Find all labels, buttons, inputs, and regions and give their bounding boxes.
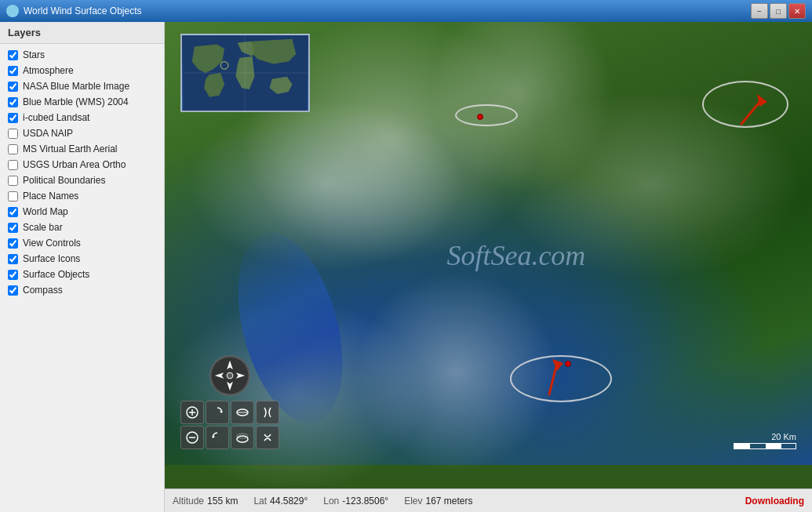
layer-label-scale-bar: Scale bar <box>23 222 63 233</box>
lon-status: Lon -123.8506° <box>323 496 388 507</box>
layer-label-world-map: World Map <box>23 206 68 217</box>
pan-compass[interactable] <box>209 355 250 396</box>
elev-value: 167 meters <box>426 496 473 507</box>
layer-item-surface-icons[interactable]: Surface Icons <box>0 251 164 267</box>
layer-checkbox-scale-bar[interactable] <box>8 223 18 233</box>
layer-checkbox-stars[interactable] <box>8 50 18 60</box>
layer-label-blue-marble-wms: Blue Marble (WMS) 2004 <box>23 96 129 107</box>
svg-point-23 <box>237 436 248 442</box>
layer-item-world-map[interactable]: World Map <box>0 204 164 220</box>
layer-checkbox-nasa-blue-marble[interactable] <box>8 82 18 92</box>
zoom-in-button[interactable] <box>180 401 204 424</box>
downloading-status: Downloading <box>745 496 804 507</box>
map-viewport[interactable]: SoftSea.com <box>165 22 812 488</box>
svg-marker-17 <box>220 410 222 413</box>
layer-checkbox-atmosphere[interactable] <box>8 66 18 76</box>
layer-item-stars[interactable]: Stars <box>0 47 164 63</box>
svg-line-4 <box>741 100 761 124</box>
svg-marker-22 <box>213 435 215 438</box>
pan-mode-button[interactable] <box>256 401 279 424</box>
layer-item-blue-marble-wms[interactable]: Blue Marble (WMS) 2004 <box>0 94 164 110</box>
app-icon <box>6 5 19 17</box>
layer-label-i-cubed-landsat: i-cubed Landsat <box>23 112 89 123</box>
layer-checkbox-usda-naip[interactable] <box>8 129 18 139</box>
layer-checkbox-place-names[interactable] <box>8 191 18 202</box>
layer-checkbox-political-boundaries[interactable] <box>8 176 18 186</box>
window-title: World Wind Surface Objects <box>24 5 751 16</box>
elev-label: Elev <box>404 496 422 507</box>
minimap <box>180 34 310 112</box>
sidebar: Layers StarsAtmosphereNASA Blue Marble I… <box>0 22 165 512</box>
layer-label-compass: Compass <box>23 285 63 296</box>
layer-label-view-controls: View Controls <box>23 238 81 249</box>
minimap-svg <box>182 35 308 111</box>
scale-bar-line <box>734 443 796 449</box>
layer-item-scale-bar[interactable]: Scale bar <box>0 220 164 235</box>
layer-item-nasa-blue-marble[interactable]: NASA Blue Marble Image <box>0 78 164 94</box>
layer-item-place-names[interactable]: Place Names <box>0 188 164 204</box>
layer-item-compass[interactable]: Compass <box>0 282 164 298</box>
svg-point-13 <box>227 372 233 379</box>
nav-row-2 <box>180 426 279 449</box>
altitude-label: Altitude <box>173 496 204 507</box>
layer-label-usda-naip: USDA NAIP <box>23 128 73 139</box>
layer-list: StarsAtmosphereNASA Blue Marble ImageBlu… <box>0 44 164 512</box>
lon-label: Lon <box>323 496 339 507</box>
status-bar: Altitude 155 km Lat 44.5829° Lon -123.85… <box>165 488 812 512</box>
layer-checkbox-surface-objects[interactable] <box>8 270 18 280</box>
red-pin-1 <box>477 114 483 120</box>
minimize-button[interactable]: − <box>751 3 768 19</box>
layer-checkbox-usgs-urban[interactable] <box>8 160 18 170</box>
layer-item-surface-objects[interactable]: Surface Objects <box>0 267 164 282</box>
rotate-cw-button[interactable] <box>206 401 229 424</box>
layer-item-ms-virtual-earth[interactable]: MS Virtual Earth Aerial <box>0 141 164 157</box>
layer-item-usgs-urban[interactable]: USGS Urban Area Ortho <box>0 157 164 172</box>
marker-ellipse-topleft <box>455 104 518 126</box>
window-controls: − □ ✕ <box>751 3 806 19</box>
layer-item-atmosphere[interactable]: Atmosphere <box>0 63 164 78</box>
lat-value: 44.5829° <box>270 496 308 507</box>
layer-label-political-boundaries: Political Boundaries <box>23 175 105 186</box>
layer-item-usda-naip[interactable]: USDA NAIP <box>0 125 164 141</box>
restore-button[interactable]: □ <box>770 3 787 19</box>
navigation-controls <box>180 355 279 449</box>
arrow-svg-2 <box>518 355 596 418</box>
arrow-svg-1 <box>698 85 785 147</box>
altitude-status: Altitude 155 km <box>173 496 238 507</box>
layer-checkbox-view-controls[interactable] <box>8 238 18 249</box>
lon-value: -123.8506° <box>342 496 388 507</box>
sidebar-header: Layers <box>0 22 164 44</box>
lat-label: Lat <box>253 496 267 507</box>
layer-checkbox-i-cubed-landsat[interactable] <box>8 113 18 123</box>
lat-status: Lat 44.5829° <box>253 496 308 507</box>
altitude-value: 155 km <box>207 496 238 507</box>
title-bar: World Wind Surface Objects − □ ✕ <box>0 0 812 22</box>
tilt-down-button[interactable] <box>231 426 254 449</box>
zoom-mode-button[interactable] <box>256 426 279 449</box>
layer-item-political-boundaries[interactable]: Political Boundaries <box>0 172 164 188</box>
layer-label-usgs-urban: USGS Urban Area Ortho <box>23 159 126 170</box>
layer-item-i-cubed-landsat[interactable]: i-cubed Landsat <box>0 110 164 125</box>
layer-label-place-names: Place Names <box>23 191 78 202</box>
layer-checkbox-ms-virtual-earth[interactable] <box>8 144 18 154</box>
main-content: Layers StarsAtmosphereNASA Blue Marble I… <box>0 22 812 512</box>
layer-label-nasa-blue-marble: NASA Blue Marble Image <box>23 81 129 92</box>
scale-label: 20 Km <box>771 432 796 441</box>
layer-label-ms-virtual-earth: MS Virtual Earth Aerial <box>23 143 118 154</box>
svg-marker-7 <box>552 359 563 371</box>
layer-item-view-controls[interactable]: View Controls <box>0 235 164 251</box>
zoom-out-button[interactable] <box>180 426 204 449</box>
layer-label-stars: Stars <box>23 49 45 60</box>
layer-label-surface-objects: Surface Objects <box>23 269 89 280</box>
layer-checkbox-compass[interactable] <box>8 285 18 296</box>
rotate-ccw-button[interactable] <box>206 426 229 449</box>
compass-svg <box>210 355 249 396</box>
close-button[interactable]: ✕ <box>788 3 806 19</box>
layer-checkbox-world-map[interactable] <box>8 207 18 217</box>
tilt-up-button[interactable] <box>231 401 254 424</box>
elev-status: Elev 167 meters <box>404 496 472 507</box>
layer-checkbox-blue-marble-wms[interactable] <box>8 97 18 107</box>
nav-row-1 <box>180 401 279 424</box>
layer-checkbox-surface-icons[interactable] <box>8 254 18 264</box>
layer-label-atmosphere: Atmosphere <box>23 65 74 76</box>
